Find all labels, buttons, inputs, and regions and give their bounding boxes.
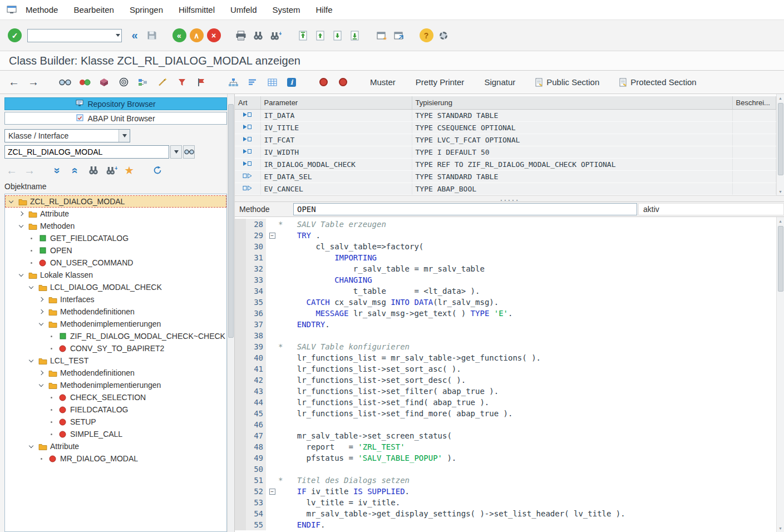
editor-scrollbar[interactable] [776,217,784,532]
code-line-34[interactable]: 34 t_table = <lt_data> ). [235,285,776,297]
tree-item-lokale klassen[interactable]: Lokale Klassen [5,269,226,281]
tree-expander-icon[interactable] [37,298,45,301]
scroll-up-icon[interactable] [777,217,784,225]
code-line-47[interactable]: 47 mr_salv_table->set_screen_status( [235,430,776,441]
new-session-icon[interactable]: ★ [374,28,389,43]
tree-item-methodendefinitionen[interactable]: Methodendefinitionen [5,367,226,379]
display-object-icon[interactable] [183,145,195,159]
menu-item-hilfe[interactable]: Hilfe [316,5,333,14]
tree-expander-icon[interactable] [37,371,45,375]
pretty-printer-button[interactable]: Pretty Printer [416,77,465,87]
repository-browser-tab[interactable]: Repository Browser [4,97,227,110]
scroll-thumb[interactable] [778,103,783,175]
code-line-38[interactable]: 38 [235,330,776,341]
back-icon[interactable]: « [172,28,186,43]
first-page-icon[interactable] [295,28,310,43]
scroll-down-icon[interactable] [777,188,784,195]
code-line-43[interactable]: 43 lr_functions_list->set_filter( abap_t… [235,386,776,397]
menu-item-system[interactable]: System [273,5,300,14]
code-line-30[interactable]: 30 cl_salv_table=>factory( [235,241,776,252]
tree-item-get_fieldcatalog[interactable]: GET_FIELDCATALOG [5,232,226,244]
sidebar-scroll-thumb[interactable] [228,104,234,338]
fold-collapse-icon[interactable]: − [269,489,275,495]
tree-expander-icon[interactable] [17,225,25,227]
status-badge-2-icon[interactable] [336,75,350,90]
tree-expander-icon[interactable] [17,274,25,276]
tree-forward-icon[interactable]: → [22,164,37,177]
tree-expander-icon[interactable] [27,445,35,447]
tree-item-lcl_dialog_modal_check[interactable]: LCL_DIALOG_MODAL_CHECK [5,281,226,293]
tree-item-methoden[interactable]: Methoden [5,220,226,232]
muster-button[interactable]: Muster [370,77,396,87]
object-type-select[interactable]: Klasse / Interface [4,129,130,142]
tree-item-on_user_command[interactable]: ON_USER_COMMAND [5,257,226,269]
test-target-icon[interactable] [116,75,131,90]
fold-collapse-icon[interactable]: − [269,233,275,239]
combo-dropdown-icon[interactable] [119,130,130,142]
param-row-it_data[interactable]: IT_DATATYPE STANDARD TABLE [235,109,776,121]
display-glasses-icon[interactable] [58,75,72,90]
param-col-header-typisierung[interactable]: Typisierung [412,96,732,109]
cancel-icon[interactable]: × [206,28,221,43]
tree-item-open[interactable]: OPEN [5,244,226,257]
save-icon[interactable] [145,28,159,43]
param-row-it_fcat[interactable]: IT_FCATTYPE LVC_T_FCAT OPTIONAL [235,134,776,146]
nav-back-icon[interactable]: ← [7,75,21,90]
code-line-41[interactable]: 41 lr_functions_list->set_sort_asc( ). [235,363,776,375]
tree-find-icon[interactable] [86,164,101,177]
info-icon[interactable]: i [284,75,299,90]
code-line-31[interactable]: 31 IMPORTING [235,252,776,263]
parameters-scrollbar[interactable] [776,94,784,195]
collapse-all-icon[interactable]: « [68,164,83,177]
scroll-down-icon[interactable] [777,524,784,532]
code-line-45[interactable]: 45 lr_functions_list->set_find_more( aba… [235,408,776,419]
exit-icon[interactable]: ∧ [189,28,204,43]
tree-item-interfaces[interactable]: Interfaces [5,293,226,306]
tree-item-conv_sy_to_bapiret2[interactable]: CONV_SY_TO_BAPIRET2 [5,342,226,354]
tree-expander-icon[interactable] [27,286,35,288]
nav-forward-icon[interactable]: → [26,75,41,90]
code-line-51[interactable]: 51* Titel des Dialogs setzen [235,475,776,486]
menu-item-bearbeiten[interactable]: Bearbeiten [73,5,114,14]
tree-item-methodenimplementierungen[interactable]: Methodenimplementierungen [5,379,226,391]
public-section-button[interactable]: Public Section [535,77,599,87]
code-line-36[interactable]: 36 MESSAGE lr_salv_msg->get_text( ) TYPE… [235,308,776,319]
code-line-50[interactable]: 50 [235,464,776,475]
object-hierarchy-icon[interactable] [226,75,240,90]
page-down-icon[interactable] [330,28,344,43]
horizontal-splitter[interactable] [235,195,784,202]
consistency-blocks-icon[interactable] [136,75,150,90]
find-next-icon[interactable]: + [268,28,283,43]
code-line-52[interactable]: 52− IF iv_title IS SUPPLIED. [235,486,776,497]
tree-expander-icon[interactable] [37,384,45,386]
command-dropdown-icon[interactable] [116,34,120,37]
code-line-37[interactable]: 37 ENDTRY. [235,319,776,330]
tree-item-attribute[interactable]: Attribute [5,440,226,452]
param-row-ir_dialog_modal_check[interactable]: IR_DIALOG_MODAL_CHECKTYPE REF TO ZIF_RL_… [235,158,776,170]
param-row-et_data_sel[interactable]: ET_DATA_SELTYPE STANDARD TABLE [235,170,776,183]
expand-all-icon[interactable]: » [51,164,65,177]
tree-expander-icon[interactable] [27,359,35,362]
tree-item-simple_call[interactable]: SIMPLE_CALL [5,428,226,440]
tree-expander-icon[interactable] [37,310,45,313]
abap-unit-browser-tab[interactable]: ABAP Unit Browser [4,112,227,125]
table-grid-icon[interactable] [265,75,279,90]
param-row-iv_width[interactable]: IV_WIDTHTYPE I DEFAULT 50 [235,146,776,158]
menu-item-umfeld[interactable]: Umfeld [230,5,257,14]
customize-layout-icon[interactable] [436,28,451,43]
param-row-ev_cancel[interactable]: EV_CANCELTYPE ABAP_BOOL [235,183,776,195]
transport-cube-icon[interactable] [97,75,111,90]
param-col-header-parameter[interactable]: Parameter [260,96,412,109]
status-badge-1-icon[interactable] [316,75,331,90]
menu-item-hilfsmittel[interactable]: Hilfsmittel [179,5,215,14]
code-line-46[interactable]: 46 [235,419,776,430]
activate-flag-icon[interactable] [194,75,209,90]
tree-find-next-icon[interactable]: + [104,164,119,177]
tree-expander-icon[interactable] [7,200,15,203]
tree-item-methodenimplementierungen[interactable]: Methodenimplementierungen [5,318,226,330]
display-change-icon[interactable] [77,75,92,90]
command-input[interactable] [27,29,122,42]
code-line-39[interactable]: 39* SALV Table konfigurieren [235,341,776,352]
code-line-40[interactable]: 40 lr_functions_list = mr_salv_table->ge… [235,352,776,363]
enter-button[interactable]: ✓ [8,28,22,42]
